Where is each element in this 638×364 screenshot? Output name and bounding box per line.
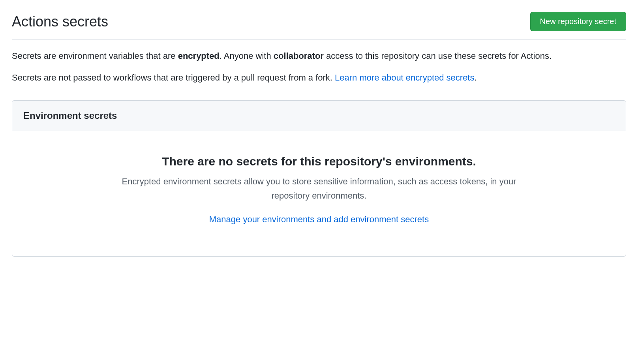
description-paragraph-2: Secrets are not passed to workflows that… [12, 71, 626, 84]
description-section: Secrets are environment variables that a… [12, 49, 626, 84]
panel-body: There are no secrets for this repository… [12, 131, 626, 256]
page-title: Actions secrets [12, 13, 108, 30]
panel-title: Environment secrets [23, 110, 615, 121]
panel-header: Environment secrets [12, 101, 626, 131]
empty-state-description: Encrypted environment secrets allow you … [102, 174, 536, 202]
learn-more-link[interactable]: Learn more about encrypted secrets [335, 73, 474, 83]
page-header: Actions secrets New repository secret [12, 12, 626, 39]
manage-environments-link[interactable]: Manage your environments and add environ… [209, 214, 429, 224]
environment-secrets-panel: Environment secrets There are no secrets… [12, 100, 626, 256]
description-paragraph-1: Secrets are environment variables that a… [12, 49, 626, 63]
empty-state-title: There are no secrets for this repository… [28, 155, 610, 168]
new-repository-secret-button[interactable]: New repository secret [530, 12, 626, 31]
